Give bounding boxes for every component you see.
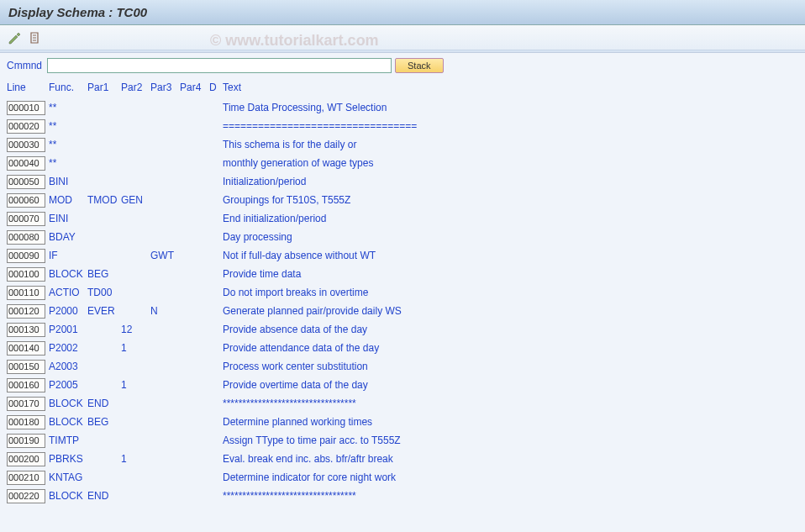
header-par2: Par2 — [121, 82, 150, 93]
cell-par1: TMOD — [87, 194, 121, 206]
header-line: Line — [7, 82, 49, 93]
cell-func: P2002 — [49, 342, 87, 354]
command-label: Cmmnd — [7, 60, 44, 71]
cell-text: Provide overtime data of the day — [223, 379, 798, 391]
line-input[interactable] — [7, 267, 45, 282]
cell-text: Initialization/period — [223, 176, 798, 187]
column-headers: Line Func. Par1 Par2 Par3 Par4 D Text — [0, 78, 805, 97]
cell-text: ********************************** — [223, 398, 798, 409]
cell-func: ** — [49, 157, 87, 169]
header-par4: Par4 — [180, 82, 209, 93]
cell-text: Generate planned pair/provide daily WS — [223, 305, 798, 317]
cell-func: KNTAG — [49, 471, 87, 483]
line-input[interactable] — [7, 341, 45, 356]
cell-par2: 1 — [121, 379, 150, 391]
cell-func: IF — [49, 250, 87, 261]
data-row: **Time Data Processing, WT Selection — [0, 98, 805, 117]
line-input[interactable] — [7, 489, 45, 503]
data-row: BLOCKEND********************************… — [0, 394, 805, 413]
line-input[interactable] — [7, 175, 45, 189]
cell-func: P2005 — [49, 379, 87, 391]
cell-text: Not if full-day absence without WT — [223, 250, 798, 261]
cell-text: monthly generation of wage types — [223, 157, 798, 169]
cell-par1: TD00 — [87, 287, 121, 298]
line-input[interactable] — [7, 323, 45, 337]
cell-par3: N — [150, 305, 180, 317]
line-input[interactable] — [7, 119, 45, 134]
cell-par1: END — [87, 490, 121, 502]
cell-func: BLOCK — [49, 416, 87, 428]
line-input[interactable] — [7, 230, 45, 245]
cell-text: Provide absence data of the day — [223, 324, 798, 335]
data-row: **================================= — [0, 117, 805, 135]
cell-func: ** — [49, 139, 87, 150]
cell-text: Determine planned working times — [223, 416, 798, 428]
cell-func: BLOCK — [49, 398, 87, 409]
cell-func: BINI — [49, 176, 87, 187]
cell-par2: 12 — [121, 324, 150, 335]
line-input[interactable] — [7, 452, 45, 466]
cell-par1: BEG — [87, 268, 121, 280]
line-input[interactable] — [7, 286, 45, 300]
line-input[interactable] — [7, 378, 45, 392]
cell-par2: GEN — [121, 194, 150, 206]
cell-func: TIMTP — [49, 435, 87, 446]
data-row: MODTMODGENGroupings for T510S, T555Z — [0, 191, 805, 209]
cell-par2: 1 — [121, 342, 150, 354]
cell-par1: EVER — [87, 305, 121, 317]
cell-func: EINI — [49, 213, 87, 224]
data-row: BINIInitialization/period — [0, 172, 805, 191]
cell-text: Groupings for T510S, T555Z — [223, 194, 798, 206]
cell-par1: END — [87, 398, 121, 409]
cell-func: ** — [49, 120, 87, 132]
cell-func: ACTIO — [49, 287, 87, 298]
tool-icon-2[interactable] — [27, 30, 42, 45]
stack-button[interactable]: Stack — [395, 58, 444, 73]
toolbar — [0, 25, 805, 50]
data-row: P200112Provide absence data of the day — [0, 320, 805, 339]
tool-icon-1[interactable] — [7, 30, 22, 45]
cell-text: ********************************** — [223, 490, 798, 502]
page-title: Display Schema : TC00 — [0, 0, 805, 25]
cell-text: Process work center substitution — [223, 361, 798, 372]
data-row: PBRKS1Eval. break end inc. abs. bfr/aftr… — [0, 450, 805, 468]
line-input[interactable] — [7, 138, 45, 152]
data-row: IFGWTNot if full-day absence without WT — [0, 246, 805, 265]
data-row: P2000EVERNGenerate planned pair/provide … — [0, 302, 805, 320]
cell-func: PBRKS — [49, 453, 87, 465]
line-input[interactable] — [7, 304, 45, 319]
command-input[interactable] — [47, 58, 392, 73]
cell-text: Do not import breaks in overtime — [223, 287, 798, 298]
line-input[interactable] — [7, 471, 45, 485]
cell-text: Provide attendance data of the day — [223, 342, 798, 354]
line-input[interactable] — [7, 193, 45, 208]
header-text: Text — [223, 82, 798, 93]
line-input[interactable] — [7, 156, 45, 171]
line-input[interactable] — [7, 101, 45, 115]
data-row: BLOCKBEGDetermine planned working times — [0, 413, 805, 431]
rows-container: **Time Data Processing, WT Selection**==… — [0, 98, 805, 505]
cell-func: A2003 — [49, 361, 87, 372]
cell-text: Eval. break end inc. abs. bfr/aftr break — [223, 453, 798, 465]
cell-func: MOD — [49, 194, 87, 206]
cell-func: BLOCK — [49, 268, 87, 280]
cell-text: This schema is for the daily or — [223, 139, 798, 150]
cell-text: Time Data Processing, WT Selection — [223, 102, 798, 113]
line-input[interactable] — [7, 360, 45, 374]
line-input[interactable] — [7, 415, 45, 429]
cell-func: P2000 — [49, 305, 87, 317]
cell-text: Day processing — [223, 231, 798, 243]
header-func: Func. — [49, 82, 87, 93]
line-input[interactable] — [7, 249, 45, 263]
cell-func: BLOCK — [49, 490, 87, 502]
line-input[interactable] — [7, 212, 45, 226]
cell-text: Determine indicator for core night work — [223, 471, 798, 483]
data-row: BLOCKBEGProvide time data — [0, 265, 805, 283]
line-input[interactable] — [7, 434, 45, 448]
cell-text: ================================= — [223, 120, 798, 132]
cell-par2: 1 — [121, 453, 150, 465]
line-input[interactable] — [7, 397, 45, 411]
data-row: P20051Provide overtime data of the day — [0, 376, 805, 394]
cell-par1: BEG — [87, 416, 121, 428]
data-row: P20021Provide attendance data of the day — [0, 339, 805, 357]
